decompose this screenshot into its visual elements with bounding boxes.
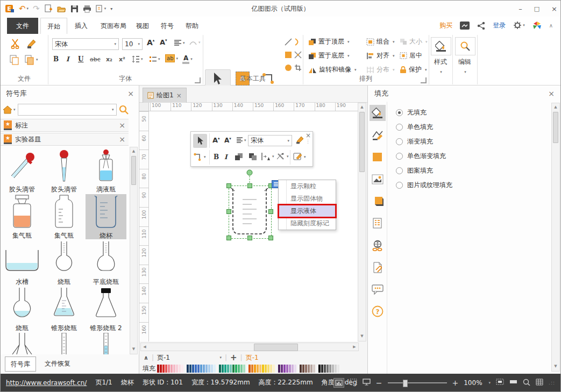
color-swatch[interactable] [300,365,302,373]
float-edit-shape-button[interactable]: ▾ [293,152,306,161]
settings-gear-icon[interactable]: ▾ [513,21,525,30]
float-italic-button[interactable]: I [224,153,228,161]
scroll-up-icon[interactable]: ▲ [130,147,137,155]
symbol-conical-flask-capped[interactable]: 锥形烧瓶 2 [86,287,126,332]
symbol-water-trough[interactable]: 水槽 [2,240,42,286]
palette-strip[interactable] [157,365,343,373]
color-swatch[interactable] [240,365,243,373]
zoom-slider-thumb[interactable] [403,380,408,387]
color-swatch[interactable] [286,365,288,373]
color-swatch[interactable] [168,365,170,373]
color-swatch[interactable] [257,365,259,373]
color-swatch[interactable] [326,365,329,373]
color-swatch[interactable] [262,365,264,373]
fill-panel-scrollbar[interactable]: ▲ ▼ [551,103,560,372]
color-swatch[interactable] [208,365,210,373]
pagebar-collapse-icon[interactable]: ∧ [144,354,148,361]
scroll-up-icon[interactable]: ▲ [552,103,559,111]
bold-button[interactable]: B [53,55,59,63]
color-swatch[interactable] [224,365,226,373]
cut-icon[interactable] [10,38,21,49]
library-home-button[interactable]: ▾ [3,105,16,114]
color-swatch[interactable] [251,365,253,373]
align-text-button[interactable]: ▾ [174,39,185,46]
library-section-callouts[interactable]: ★ 标注 × [1,119,129,132]
color-swatch[interactable] [189,365,191,373]
color-swatch[interactable] [232,365,235,373]
color-swatch[interactable] [281,365,283,373]
active-page-tab[interactable]: 页-1 [246,353,259,362]
zoom-dropdown-icon[interactable]: ▾ [489,381,491,385]
font-family-select[interactable]: 宋体▾ [52,38,119,50]
scroll-thumb[interactable] [359,112,365,172]
tab-pagelayout[interactable]: 页面布局 [95,18,132,34]
scroll-down-icon[interactable]: ▼ [130,345,137,353]
document-tab[interactable]: 绘图1 × [143,88,187,103]
text-highlight-button[interactable]: ab▾ [165,54,178,62]
protect-button[interactable]: 保护▾ [400,65,427,74]
center-button[interactable]: 居中 [400,51,422,60]
fill-option-gradient[interactable]: 渐变填充 [396,137,433,146]
float-bring-front-button[interactable] [234,152,244,163]
color-swatch[interactable] [292,365,294,373]
color-swatch[interactable] [211,365,213,373]
crop-tool-icon[interactable] [294,64,302,72]
shape-tab-icon[interactable] [370,149,386,165]
canvas-vscrollbar[interactable]: ▲ ▼ [358,103,366,341]
color-swatch[interactable] [248,365,251,373]
format-painter-icon[interactable] [26,38,37,49]
color-swatch[interactable] [321,365,323,373]
menu-item-show-solids[interactable]: 显示固体物 [279,193,336,205]
scroll-down-icon[interactable]: ▼ [552,362,559,370]
line-spacing-button[interactable]: ▾ [132,55,143,63]
float-toolbar-close-icon[interactable]: × [306,132,311,139]
symbol-gas-bottle-plain[interactable]: 集气瓶 [44,194,84,239]
color-swatch[interactable] [243,365,245,373]
color-swatch[interactable] [283,365,286,373]
beaker-shape[interactable] [231,188,268,236]
symbol-flask-flat-bottom[interactable]: 平底烧瓶 [86,240,126,286]
italic-button[interactable]: I [66,55,69,63]
symbol-dropper-diagonal[interactable]: 胶头滴管 [2,148,42,193]
color-swatch[interactable] [176,365,178,373]
tab-file[interactable]: 文件 [7,18,38,34]
float-shrink-font[interactable]: A▾ [224,137,231,144]
menu-item-hide-scale-marks[interactable]: 隐藏刻度标记 [279,217,336,230]
help-tab-icon[interactable]: ? [370,303,386,319]
handle-e[interactable] [268,209,273,214]
size-button[interactable]: 大小▾ [400,37,428,46]
fit-page-icon[interactable] [496,379,504,387]
cross-tool-icon[interactable] [294,51,302,59]
website-link[interactable]: http://www.edrawsoft.cn/ [6,379,87,387]
symbol-dropper-vertical[interactable]: 胶头滴管 [44,148,84,193]
fit-width-icon[interactable] [509,379,517,387]
color-swatch[interactable] [332,365,334,373]
color-swatch[interactable] [308,365,310,373]
minimize-button[interactable]: – [519,5,522,13]
color-swatch[interactable] [157,365,159,373]
color-swatch[interactable] [337,365,339,373]
arrange-dialog-launcher[interactable] [421,77,427,83]
scroll-up-icon[interactable]: ▲ [358,103,366,111]
font-color-button[interactable]: A▾ [182,54,193,64]
scroll-right-icon[interactable]: ▶ [351,343,358,351]
float-select-button[interactable] [193,134,207,148]
color-swatch[interactable] [197,365,200,373]
color-swatch[interactable] [179,365,181,373]
search-icon[interactable] [119,105,129,115]
symbol-funnel-partial[interactable] [2,333,42,354]
float-connector-button[interactable]: ▾ [193,152,206,162]
symbol-flask-round[interactable]: 烧瓶 [44,240,84,286]
color-swatch[interactable] [267,365,269,373]
color-swatch[interactable] [195,365,197,373]
page-preview-icon[interactable] [350,379,357,387]
color-swatch[interactable] [294,365,296,373]
canvas-hscrollbar[interactable]: ◀ ▶ [140,343,359,351]
zoom-slider[interactable] [388,379,447,387]
ellipse-tool-icon[interactable] [285,64,292,72]
tab-close-icon[interactable]: × [176,92,182,99]
color-swatch[interactable] [222,365,224,373]
color-swatch[interactable] [219,365,221,373]
fill-option-solid[interactable]: 单色填充 [396,123,433,132]
image-export-icon[interactable] [460,22,470,30]
